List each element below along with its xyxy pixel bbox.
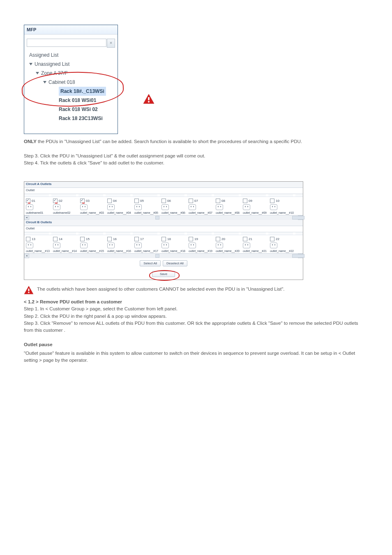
outlet-name: outlet_name__#21 — [243, 250, 267, 252]
outlet-name: outlet_name__#04 — [107, 211, 131, 214]
clear-search-button[interactable]: × — [107, 39, 115, 48]
outlet-number: 08 — [221, 199, 225, 203]
mfp-title: MFP — [24, 25, 118, 35]
outlet-cell: 17outlet_name__#17 — [134, 237, 161, 252]
save-button[interactable]: Save — [152, 271, 175, 277]
outlet-cell: 14outlet_name__#14 — [53, 237, 80, 252]
outlet-number: 10 — [276, 199, 279, 203]
scrollbar-b[interactable]: ◂ ▸ — [24, 253, 303, 258]
socket-icon — [270, 204, 277, 210]
outlet-cell: 05outlet_name__#05 — [134, 199, 161, 214]
outlet-name: outlet_name__#19 — [189, 250, 212, 252]
mfp-search-input[interactable] — [27, 39, 106, 47]
tree-zone[interactable]: Zone A 37/F — [27, 69, 115, 78]
socket-icon — [107, 204, 115, 210]
outlet-name: outlet_name__#15 — [80, 250, 104, 252]
step-3: Step 3. Click the PDU in "Unassigned Lis… — [24, 153, 205, 158]
outlet-name: outlet_name__#05 — [134, 211, 158, 214]
lower-step2: Step 2. Click the PDU in the right panel… — [24, 313, 368, 320]
outlet-checkbox[interactable] — [243, 237, 247, 241]
outlet-number: 18 — [167, 237, 171, 241]
outlet-number: 13 — [32, 237, 35, 241]
outlet-number: 14 — [59, 237, 62, 241]
warning-icon — [24, 286, 34, 294]
lower-step3: Step 3. Click "Remove" to remove ALL out… — [24, 320, 368, 334]
outlet-cell: 09outlet_name__#09 — [243, 199, 270, 214]
section-1-2-header: < 1.2 > Remove PDU outlet from a custome… — [24, 298, 368, 305]
outlet-checkbox[interactable] — [216, 199, 220, 203]
outlet-name: outletname01 — [26, 211, 43, 214]
outlet-checkbox[interactable] — [189, 199, 193, 203]
lower-step1: Step 1. In < Customer Group > page, sele… — [24, 305, 368, 312]
deselect-all-button[interactable]: Deselect All — [163, 260, 187, 266]
outlet-checkbox[interactable] — [53, 237, 58, 241]
select-all-button[interactable]: Select All — [140, 260, 161, 266]
outlet-number: 04 — [113, 199, 117, 203]
outlet-cell: 03outlet_name__#03 — [80, 199, 107, 214]
socket-icon — [134, 243, 142, 248]
outlet-name: outlet_name__#06 — [161, 211, 185, 214]
tree-rack-4[interactable]: Rack 18 23C13WSi — [27, 114, 115, 123]
tree-cabinet[interactable]: Cabinet 018 — [27, 78, 115, 87]
outlet-checkbox[interactable] — [107, 237, 112, 241]
tree-unassigned[interactable]: Unassigned List — [27, 60, 115, 69]
outlets-panel: Circuit A Outlets Outlet 01outletname010… — [24, 181, 303, 280]
scroll-left-icon[interactable]: ◂ — [24, 215, 29, 220]
outlet-checkbox[interactable] — [80, 237, 85, 241]
outlet-checkbox[interactable] — [107, 199, 112, 203]
tree-rack-2[interactable]: Rack 018 WSi01 — [27, 96, 115, 105]
socket-icon — [270, 243, 277, 248]
outlet-name: outlet_name__#16 — [107, 250, 131, 252]
outlet-cell: 04outlet_name__#04 — [107, 199, 134, 214]
socket-icon — [26, 243, 33, 248]
outlet-cell: 13outlet_name__#13 — [26, 237, 53, 252]
outlet-checkbox[interactable] — [270, 237, 274, 241]
outlet-checkbox[interactable] — [216, 237, 220, 241]
outlet-name: outlet_name__#09 — [243, 211, 267, 214]
socket-icon — [26, 204, 33, 210]
outlet-name: outlet_name__#22 — [270, 250, 294, 252]
outlet-checkbox[interactable] — [134, 237, 139, 241]
outlet-number: 22 — [276, 237, 279, 241]
tree-assigned[interactable]: Assigned List — [27, 51, 115, 60]
outlet-name: outlet_name__#08 — [216, 211, 240, 214]
socket-icon — [53, 204, 60, 210]
outlet-cell: 22outlet_name__#22 — [270, 237, 297, 252]
outlet-name: outlet_name__#20 — [216, 250, 240, 252]
outlet-checkbox[interactable] — [161, 199, 166, 203]
outlet-cell: 10outlet_name__#10 — [270, 199, 297, 214]
tree-rack-3[interactable]: Rack 018 WSi 02 — [27, 105, 115, 114]
outlet-cell: 20outlet_name__#20 — [216, 237, 243, 252]
outlet-cell: 07outlet_name__#07 — [189, 199, 216, 214]
socket-icon — [107, 243, 115, 248]
outlet-checkbox[interactable] — [270, 199, 274, 203]
scrollbar-a[interactable]: ◂ ▸ — [24, 215, 303, 220]
outlet-pause-header: Outlet pause — [24, 341, 368, 348]
outlet-name: outlet_name__#07 — [189, 211, 212, 214]
svg-rect-2 — [28, 289, 29, 291]
outlet-cell: 21outlet_name__#21 — [243, 237, 270, 252]
outlet-checkbox[interactable] — [243, 199, 247, 203]
outlet-pause-text: "Outlet pause" feature is available in t… — [24, 350, 368, 364]
outlet-number: 02 — [59, 199, 62, 203]
outlet-checkbox[interactable] — [26, 237, 30, 241]
outlet-checkbox[interactable] — [134, 199, 139, 203]
outlet-number: 20 — [221, 237, 225, 241]
outlet-number: 17 — [140, 237, 144, 241]
tree-rack-1[interactable]: Rack 18#._C13WSi — [27, 87, 115, 96]
mfp-tree: Assigned List Unassigned List Zone A 37/… — [24, 50, 118, 134]
outlet-name: outlet_name__#10 — [270, 211, 294, 214]
socket-icon — [243, 204, 250, 210]
outlet-checkbox[interactable] — [161, 237, 166, 241]
socket-icon — [134, 204, 142, 210]
outlet-name: outlet_name__#03 — [80, 211, 104, 214]
socket-icon — [189, 204, 196, 210]
outlet-checkbox[interactable] — [189, 237, 193, 241]
outlet-number: 05 — [140, 199, 144, 203]
scroll-left-icon[interactable]: ◂ — [24, 254, 29, 258]
socket-icon — [161, 204, 169, 210]
mfp-panel: MFP × Assigned List Unassigned List Zone… — [24, 25, 118, 134]
caution-only: ONLY the PDUs in "Unassigned List" can b… — [24, 139, 302, 144]
socket-icon — [80, 204, 88, 210]
socket-icon — [189, 243, 196, 248]
